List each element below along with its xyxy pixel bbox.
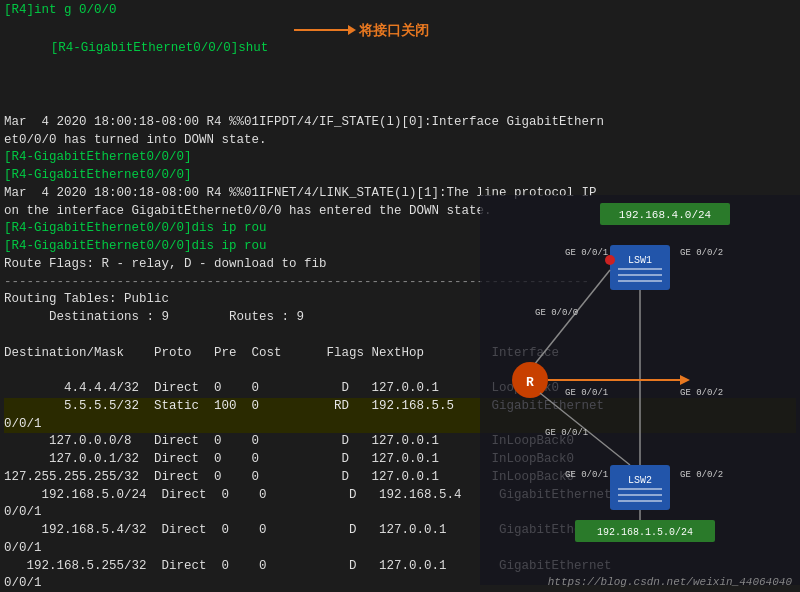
svg-text:GE 0/0/1: GE 0/0/1 bbox=[565, 248, 608, 258]
line-4: Mar 4 2020 18:00:18-08:00 R4 %%01IFPDT/4… bbox=[4, 114, 796, 132]
svg-text:GE 0/0/1: GE 0/0/1 bbox=[545, 428, 588, 438]
line-5: et0/0/0 has turned into DOWN state. bbox=[4, 132, 796, 150]
svg-point-10 bbox=[605, 255, 615, 265]
line-6: [R4-GigabitEthernet0/0/0] bbox=[4, 149, 796, 167]
svg-rect-3 bbox=[610, 245, 670, 290]
svg-text:R: R bbox=[526, 375, 534, 390]
svg-text:GE 0/0/2: GE 0/0/2 bbox=[680, 248, 723, 258]
line-7: [R4-GigabitEthernet0/0/0] bbox=[4, 167, 796, 185]
network-diagram: 192.168.4.0/24 LSW1 GE 0/0/1 GE 0/0/2 GE… bbox=[480, 195, 800, 585]
watermark: https://blog.csdn.net/weixin_44064040 bbox=[548, 576, 792, 588]
arrow-shaft bbox=[294, 29, 349, 31]
terminal-window: [R4]int g 0/0/0 [R4-GigabitEthernet0/0/0… bbox=[0, 0, 800, 592]
svg-text:GE 0/0/0: GE 0/0/0 bbox=[535, 308, 578, 318]
annotation-container: 将接口关闭 bbox=[294, 20, 429, 40]
svg-text:GE 0/0/2: GE 0/0/2 bbox=[680, 388, 723, 398]
line-2-container: [R4-GigabitEthernet0/0/0]shut 将接口关闭 bbox=[4, 20, 796, 114]
svg-text:GE 0/0/1: GE 0/0/1 bbox=[565, 388, 608, 398]
svg-text:LSW1: LSW1 bbox=[628, 255, 652, 266]
svg-text:192.168.1.5.0/24: 192.168.1.5.0/24 bbox=[597, 527, 693, 538]
svg-text:GE 0/0/2: GE 0/0/2 bbox=[680, 470, 723, 480]
annotation-text: 将接口关闭 bbox=[359, 20, 429, 40]
svg-rect-22 bbox=[610, 465, 670, 510]
arrow-head bbox=[348, 25, 356, 35]
line-2: [R4-GigabitEthernet0/0/0]shut bbox=[51, 41, 269, 55]
svg-text:GE 0/0/1: GE 0/0/1 bbox=[565, 470, 608, 480]
line-1: [R4]int g 0/0/0 bbox=[4, 2, 796, 20]
svg-text:LSW2: LSW2 bbox=[628, 475, 652, 486]
svg-text:192.168.4.0/24: 192.168.4.0/24 bbox=[619, 209, 712, 221]
